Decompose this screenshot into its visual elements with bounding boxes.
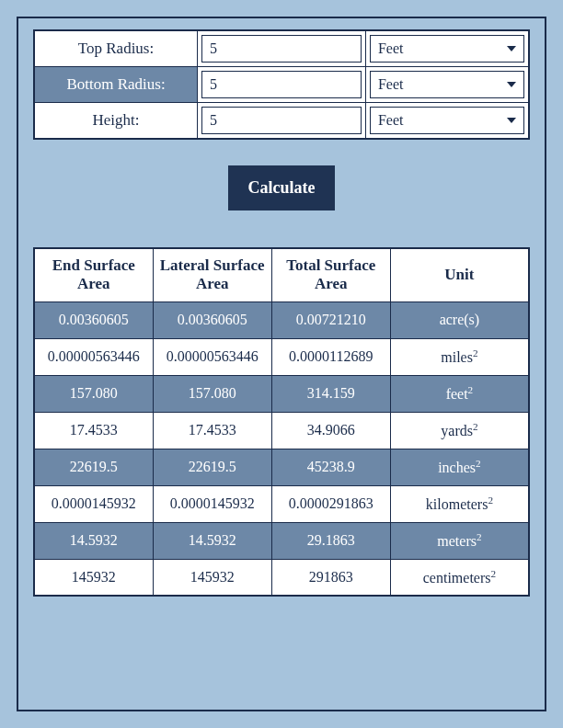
result-cell: 0.00000563446	[153, 338, 271, 375]
unit-cell: acre(s)	[390, 301, 529, 338]
calculate-button[interactable]: Calculate	[228, 165, 336, 210]
unit-cell: yards2	[390, 412, 529, 449]
form-unit-cell: Feet	[365, 67, 529, 103]
unit-select-value: Feet	[378, 40, 404, 57]
result-cell: 14.5932	[153, 522, 271, 559]
unit-cell: miles2	[390, 338, 529, 375]
form-input-cell	[198, 103, 366, 140]
result-cell: 14.5932	[34, 522, 153, 559]
unit-select[interactable]: Feet	[370, 71, 524, 98]
result-cell: 0.00360605	[153, 301, 271, 338]
exponent: 2	[473, 347, 478, 358]
result-cell: 314.159	[271, 375, 390, 412]
unit-cell: feet2	[390, 375, 529, 412]
unit-select[interactable]: Feet	[370, 107, 524, 134]
form-input-cell	[198, 67, 366, 103]
result-cell: 17.4533	[34, 412, 153, 449]
result-cell: 45238.9	[271, 449, 390, 485]
header-end-surface: End Surface Area	[34, 248, 153, 301]
result-cell: 0.000014593​2	[34, 485, 153, 522]
result-cell: 0.00360605	[34, 301, 153, 338]
chevron-down-icon	[507, 46, 516, 51]
result-cell: 145932	[34, 559, 153, 596]
result-cell: 29.1863	[271, 522, 390, 559]
table-row: 22619.522619.545238.9inches2	[34, 449, 529, 485]
header-unit: Unit	[390, 248, 529, 301]
form-row: Height:Feet	[34, 103, 529, 140]
table-row: 157.080157.080314.159feet2	[34, 375, 529, 412]
header-total-surface: Total Surface Area	[271, 248, 390, 301]
result-cell: 291863	[271, 559, 390, 596]
calculate-button-wrap: Calculate	[33, 165, 530, 210]
table-row: 0.003606050.003606050.00721210acre(s)	[34, 301, 529, 338]
result-cell: 145932	[153, 559, 271, 596]
unit-cell: meters2	[390, 522, 529, 559]
exponent: 2	[488, 495, 493, 506]
header-lateral-surface: Lateral Surface Area	[153, 248, 271, 301]
form-unit-cell: Feet	[365, 30, 529, 67]
form-row: Top Radius:Feet	[34, 30, 529, 67]
result-cell: 0.0000112689	[271, 338, 390, 375]
result-cell: 0.000014593​2	[153, 485, 271, 522]
unit-cell: inches2	[390, 449, 529, 485]
form-label: Height:	[34, 103, 198, 140]
table-row: 17.453317.453334.9066yards2	[34, 412, 529, 449]
table-row: 0.000005634460.000005634460.0000112689mi…	[34, 338, 529, 375]
result-cell: 22619.5	[153, 449, 271, 485]
result-cell: 34.9066	[271, 412, 390, 449]
exponent: 2	[468, 384, 474, 395]
value-input[interactable]	[201, 35, 362, 63]
chevron-down-icon	[507, 82, 516, 87]
form-label: Bottom Radius:	[34, 67, 198, 103]
table-row: 0.000014593​20.000014593​20.000029186​3k…	[34, 485, 529, 522]
chevron-down-icon	[507, 118, 516, 123]
value-input[interactable]	[201, 71, 362, 98]
result-cell: 17.4533	[153, 412, 271, 449]
exponent: 2	[477, 531, 482, 542]
results-table: End Surface Area Lateral Surface Area To…	[33, 247, 530, 597]
form-unit-cell: Feet	[365, 103, 529, 140]
exponent: 2	[473, 421, 478, 432]
unit-cell: centimeters2	[390, 559, 529, 596]
form-row: Bottom Radius:Feet	[34, 67, 529, 103]
result-cell: 0.000029186​3	[271, 485, 390, 522]
unit-cell: kilometers2	[390, 485, 529, 522]
input-form: Top Radius:FeetBottom Radius:FeetHeight:…	[33, 29, 530, 140]
form-input-cell	[198, 30, 366, 67]
result-cell: 0.00721210	[271, 301, 390, 338]
result-cell: 157.080	[153, 375, 271, 412]
results-header-row: End Surface Area Lateral Surface Area To…	[34, 248, 529, 301]
result-cell: 157.080	[34, 375, 153, 412]
unit-select-value: Feet	[378, 76, 404, 93]
result-cell: 22619.5	[34, 449, 153, 485]
table-row: 145932145932291863centimeters2	[34, 559, 529, 596]
exponent: 2	[476, 458, 481, 469]
table-row: 14.593214.593229.1863meters2	[34, 522, 529, 559]
result-cell: 0.00000563446	[34, 338, 153, 375]
calculator-panel: Top Radius:FeetBottom Radius:FeetHeight:…	[17, 17, 546, 711]
unit-select-value: Feet	[378, 112, 404, 129]
value-input[interactable]	[201, 107, 362, 134]
exponent: 2	[490, 568, 496, 579]
unit-select[interactable]: Feet	[370, 35, 524, 63]
form-label: Top Radius:	[34, 30, 198, 67]
